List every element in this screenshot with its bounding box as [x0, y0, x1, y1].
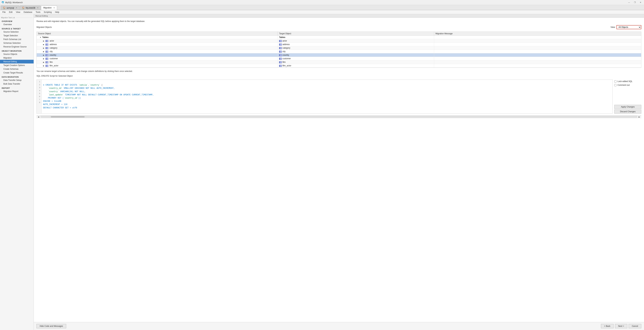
table-row[interactable]: ▼ Tables Tables — [37, 36, 641, 39]
lock-edited-sql-row: Lock edited SQL — [614, 80, 641, 82]
table-cell-source: ▶ address — [37, 43, 278, 46]
menu-scripting[interactable]: Scripting — [42, 11, 53, 14]
tree-arrow[interactable]: ▶ — [43, 54, 45, 56]
maximize-button[interactable]: ❐ — [633, 1, 637, 4]
table-cell-target: actor — [278, 39, 434, 43]
next-button[interactable]: Next > — [615, 324, 627, 328]
table-icon — [279, 47, 282, 49]
table-icon — [279, 65, 282, 67]
sidebar-item-create-target-results[interactable]: Create Target Results — [0, 71, 34, 74]
app-title: MySQL Workbench — [5, 1, 627, 4]
comment-out-checkbox[interactable] — [614, 84, 616, 86]
sidebar-item-migration[interactable]: Migration — [0, 56, 34, 60]
tab-myjoliedb[interactable]: 🏠 MyJolieDB ✕ — [20, 6, 41, 10]
scroll-left-arrow[interactable]: ◀ — [37, 116, 40, 118]
discard-changes-button[interactable]: Discard Changes — [614, 110, 641, 114]
tab-azmysql[interactable]: 🏠 azmysql ✕ — [1, 6, 20, 10]
table-cell-target: city — [278, 50, 434, 53]
sql-content[interactable]: ⊖ CREATE TABLE IF NOT EXISTS `sakila`.`c… — [42, 80, 155, 114]
tab-myjoliedb-close[interactable]: ✕ — [37, 7, 38, 9]
sidebar-header: Migration Task List — [0, 16, 34, 19]
line-num-6: 6 — [38, 95, 40, 98]
sidebar-item-target-selection[interactable]: Target Selection — [0, 34, 34, 38]
sidebar-item-create-schemas[interactable]: Create Schemas — [0, 67, 34, 71]
menu-view[interactable]: View — [14, 11, 22, 14]
migrated-objects-label: Migrated Objects — [36, 26, 52, 28]
menu-edit[interactable]: Edit — [7, 11, 14, 14]
tree-arrow[interactable]: ▶ — [43, 58, 45, 60]
back-button[interactable]: < Back — [601, 324, 614, 328]
table-row[interactable]: ▶ film_actor film_actor — [37, 64, 641, 68]
sidebar-item-target-creation-options[interactable]: Target Creation Options — [0, 64, 34, 67]
tab-azmysql-label: azmysql — [6, 7, 14, 9]
close-button[interactable]: ✕ — [638, 1, 643, 4]
table-row[interactable]: ▶ film film — [37, 60, 641, 64]
section-overview: OVERVIEW — [0, 19, 34, 22]
sidebar-item-migration-report[interactable]: Migration Report — [0, 90, 34, 93]
table-row[interactable]: ▶ category category — [37, 46, 641, 50]
panel-title: Manual Editing — [34, 14, 644, 18]
tab-azmysql-close[interactable]: ✕ — [16, 7, 17, 9]
sidebar-item-fetch-schemas-list[interactable]: Fetch Schemas List — [0, 38, 34, 41]
sidebar-item-source-selection[interactable]: Source Selection — [0, 30, 34, 34]
horizontal-scrollbar[interactable]: ◀ ▶ — [36, 115, 641, 118]
tab-myjoliedb-label: MyJolieDB — [26, 7, 35, 9]
sidebar-item-source-objects[interactable]: Source Objects — [0, 52, 34, 56]
table-cell-message — [434, 46, 641, 50]
tab-migration[interactable]: Migration ✕ — [41, 6, 57, 10]
menu-tools[interactable]: Tools — [34, 11, 42, 14]
table-icon — [279, 58, 282, 60]
sidebar-item-overview[interactable]: Overview — [0, 22, 34, 26]
hide-code-button[interactable]: Hide Code and Messages — [36, 324, 66, 328]
table-cell-target: customer — [278, 57, 434, 60]
table-row[interactable]: ▶ actor actor — [37, 39, 641, 43]
table-row[interactable]: ▶ city city — [37, 50, 641, 53]
sql-editor[interactable]: 1 2 3 4 5 6 7 8 ⊖ CREATE TABLE IF NOT EX… — [36, 80, 612, 114]
menu-help[interactable]: Help — [53, 11, 61, 14]
view-select[interactable]: All Objects Column Mappings Migration Is… — [616, 25, 641, 29]
sidebar-item-manual-editing[interactable]: Manual Editing — [0, 60, 34, 64]
table-cell-target: film_actor — [278, 64, 434, 68]
sql-line-1: ⊖ CREATE TABLE IF NOT EXISTS `sakila`.`c… — [43, 84, 154, 109]
table-cell-source: ▶ film_actor — [37, 64, 278, 68]
tree-arrow[interactable]: ▼ — [40, 36, 42, 38]
tree-arrow[interactable]: ▶ — [43, 44, 45, 46]
line-num-7: 7 — [38, 98, 40, 101]
footer: Hide Code and Messages < Back Next > Can… — [34, 322, 644, 330]
section-report: REPORT — [0, 86, 34, 90]
tree-arrow[interactable]: ▶ — [43, 51, 45, 52]
table-cell-target: Tables — [278, 36, 434, 39]
tab-migration-close[interactable]: ✕ — [53, 7, 55, 9]
line-num-8: 8 — [38, 101, 40, 104]
table-icon — [279, 51, 282, 53]
migrated-objects-header: Migrated Objects View: All Objects Colum… — [36, 25, 641, 29]
scroll-right-arrow[interactable]: ▶ — [638, 116, 640, 118]
menu-database[interactable]: Database — [22, 11, 34, 14]
tree-arrow[interactable]: ▶ — [43, 61, 45, 63]
table-icon — [279, 44, 282, 46]
sidebar: Migration Task List OVERVIEW Overview SO… — [0, 14, 34, 330]
menu-file[interactable]: File — [1, 11, 7, 14]
tree-arrow[interactable]: ▶ — [43, 47, 45, 49]
section-object-migration: OBJECT MIGRATION — [0, 48, 34, 52]
lock-edited-sql-checkbox[interactable] — [614, 80, 616, 82]
apply-changes-button[interactable]: Apply Changes — [614, 105, 641, 109]
table-row[interactable]: ▶ customer customer — [37, 57, 641, 60]
scroll-track[interactable] — [40, 116, 637, 118]
tree-arrow[interactable]: ▶ — [43, 40, 45, 42]
cancel-button[interactable]: Cancel — [629, 324, 641, 328]
tree-arrow[interactable]: ▶ — [43, 65, 45, 67]
lock-edited-sql-label: Lock edited SQL — [618, 80, 632, 82]
sidebar-item-schemas-selection[interactable]: Schemas Selection — [0, 41, 34, 45]
sidebar-item-bulk-data-transfer[interactable]: Bulk Data Transfer — [0, 82, 34, 86]
table-row[interactable]: ▶ country country — [37, 53, 641, 57]
sidebar-item-reverse-engineer-source[interactable]: Reverse Engineer Source — [0, 45, 34, 48]
table-cell-message — [434, 50, 641, 53]
minimize-button[interactable]: — — [627, 1, 631, 4]
sql-section-label: SQL CREATE Script for Selected Object — [36, 75, 641, 77]
table-row[interactable]: ▶ address address — [37, 43, 641, 46]
table-icon — [46, 40, 48, 42]
sidebar-item-data-transfer-setup[interactable]: Data Transfer Setup — [0, 78, 34, 82]
table-icon — [279, 54, 282, 56]
scroll-thumb[interactable] — [51, 116, 84, 118]
